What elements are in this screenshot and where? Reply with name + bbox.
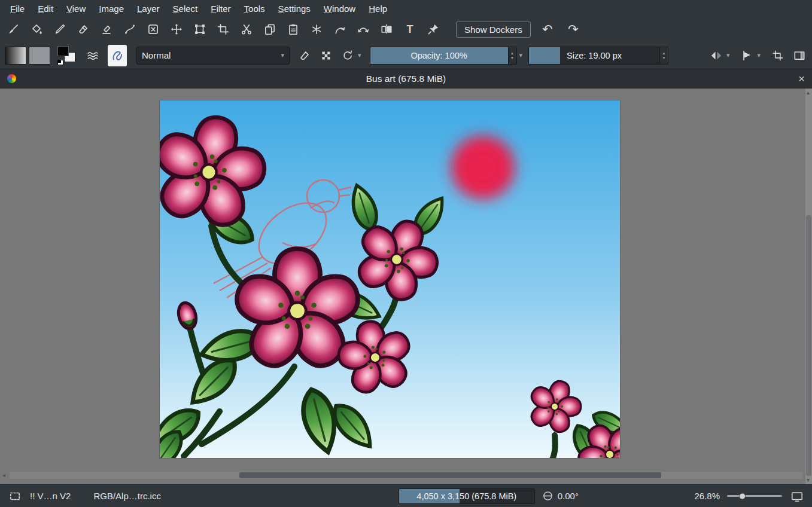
reset-colors-icon[interactable] [57, 60, 63, 65]
menu-layer[interactable]: Layer [130, 2, 166, 16]
wraparound-mode-button[interactable] [309, 22, 324, 37]
rotation-dial-icon [542, 490, 554, 502]
move-tool-button[interactable] [169, 22, 184, 37]
menu-settings[interactable]: Settings [272, 2, 317, 16]
gradient-swatch[interactable] [5, 47, 26, 65]
size-track[interactable]: Size: 19.00 px [529, 47, 659, 64]
reload-options-caret-icon[interactable]: ▾ [358, 51, 361, 59]
menu-view[interactable]: View [60, 2, 92, 16]
scroll-down-icon[interactable]: ▾ [807, 477, 810, 483]
vertical-scrollbar[interactable]: ▴ ▾ [805, 88, 812, 484]
fg-bg-color-selector[interactable] [56, 45, 79, 66]
size-spinner[interactable]: ▲ ▼ [659, 47, 668, 64]
eraser-alt-icon [100, 23, 113, 36]
reload-icon [341, 49, 354, 62]
eraser-alt-tool-button[interactable] [99, 22, 114, 37]
assistant-tool-button[interactable] [332, 22, 348, 37]
spinner-down-icon[interactable]: ▼ [662, 56, 665, 60]
pattern-swatch[interactable] [29, 47, 50, 65]
workspace-panel-icon [793, 49, 806, 62]
canvas-artwork[interactable] [160, 100, 620, 458]
opacity-slider[interactable]: Opacity: 100% ▲ ▼ [370, 47, 517, 65]
brush-tool-button[interactable] [5, 22, 21, 37]
undo-icon: ↶ [542, 22, 553, 36]
calligraphy-tool-button[interactable] [122, 22, 138, 37]
eraser-mode-button[interactable] [297, 48, 312, 63]
zoom-slider-fill [727, 495, 742, 497]
paste-button[interactable] [285, 22, 301, 37]
brush-settings-icon [86, 49, 99, 62]
selection-display-button[interactable] [7, 488, 23, 504]
text-tool-button[interactable]: T [402, 22, 418, 37]
trim-image-button[interactable] [770, 48, 786, 63]
mirror-vertical-button[interactable] [739, 48, 755, 63]
scroll-up-icon[interactable]: ▴ [807, 90, 810, 96]
eraser-tool-button[interactable] [75, 22, 91, 37]
menu-file[interactable]: File [4, 2, 31, 16]
show-dockers-button[interactable]: Show Dockers [456, 22, 531, 38]
reference-images-button[interactable] [425, 22, 441, 37]
fill-bucket-icon [30, 23, 43, 36]
canvas-rotation-widget[interactable]: 0.00° [542, 490, 579, 502]
menu-edit[interactable]: Edit [31, 2, 60, 16]
zoom-slider[interactable] [727, 495, 782, 497]
zoom-slider-handle[interactable] [739, 493, 746, 499]
reload-preset-button[interactable] [340, 48, 355, 63]
calligraphy-curve-icon [123, 23, 136, 36]
edit-brush-settings-button[interactable] [85, 48, 101, 63]
image-size-text: 4,050 x 3,150 (675.8 MiB) [399, 489, 534, 503]
fit-to-screen-button[interactable] [789, 488, 805, 504]
selection-marquee-icon [8, 490, 22, 503]
menu-window[interactable]: Window [317, 2, 362, 16]
fill-tool-button[interactable] [29, 22, 44, 37]
color-sampler-button[interactable] [52, 22, 68, 37]
blending-mode-select[interactable]: Normal ▾ [136, 47, 290, 65]
opacity-spinner[interactable]: ▲ ▼ [508, 47, 516, 64]
document-tab[interactable]: Bus art (675.8 MiB) × [0, 69, 812, 88]
menu-help[interactable]: Help [362, 2, 394, 16]
brush-preset-name: !! V…n V2 [30, 491, 71, 501]
transform-tool-button[interactable] [192, 22, 208, 37]
preserve-alpha-button[interactable] [318, 48, 334, 63]
checkerboard-icon [320, 49, 333, 62]
eyedropper-icon [53, 23, 66, 36]
foreground-color-swatch[interactable] [57, 46, 69, 56]
opacity-label: Opacity: 100% [370, 47, 508, 64]
crop-icon [217, 23, 230, 36]
mirror-vertical-caret-icon[interactable]: ▾ [757, 51, 761, 59]
curve-arrow-icon [333, 23, 346, 36]
spinner-down-icon[interactable]: ▼ [510, 56, 514, 60]
mirror-columns-button[interactable] [379, 22, 394, 37]
cut-button[interactable] [239, 22, 254, 37]
spinner-up-icon[interactable]: ▲ [510, 51, 514, 55]
spinner-up-icon[interactable]: ▲ [662, 51, 665, 55]
mirror-columns-icon [380, 23, 393, 36]
canvas-area[interactable]: ▴ ▾ ◂ [0, 88, 812, 484]
vertical-scrollbar-thumb[interactable] [806, 215, 811, 476]
menu-image[interactable]: Image [92, 2, 130, 16]
mirror-horizontal-caret-icon[interactable]: ▾ [726, 51, 730, 59]
mirror-horizontal-button[interactable] [708, 48, 724, 63]
menu-tools[interactable]: Tools [238, 2, 272, 16]
menu-select[interactable]: Select [166, 2, 205, 16]
opacity-options-caret-icon[interactable]: ▾ [519, 51, 523, 59]
menu-filter[interactable]: Filter [204, 2, 237, 16]
opacity-track[interactable]: Opacity: 100% [370, 47, 508, 64]
redo-button[interactable]: ↷ [564, 22, 582, 37]
choose-workspace-button[interactable] [792, 48, 807, 63]
copy-button[interactable] [262, 22, 278, 37]
deselect-button[interactable] [145, 22, 161, 37]
size-label: Size: 19.00 px [529, 47, 659, 64]
brush-preset-button[interactable] [108, 45, 127, 66]
horizontal-scrollbar-thumb[interactable] [239, 472, 661, 478]
horizontal-scrollbar[interactable] [10, 472, 802, 479]
close-document-icon[interactable]: × [798, 74, 805, 84]
undo-button[interactable]: ↶ [539, 22, 556, 37]
multibrush-tool-button[interactable] [355, 22, 371, 37]
zoom-level-value: 26.8% [694, 491, 720, 501]
pushpin-icon [427, 23, 440, 36]
size-slider[interactable]: Size: 19.00 px ▲ ▼ [528, 47, 668, 65]
crop-tool-button[interactable] [215, 22, 231, 37]
scroll-left-icon[interactable]: ◂ [2, 472, 5, 478]
color-profile-name: RGB/Alp…trc.icc [93, 491, 161, 501]
